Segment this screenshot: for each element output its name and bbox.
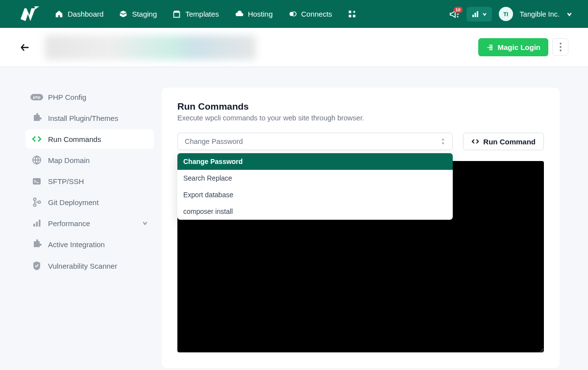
dots-vertical-icon [560, 43, 562, 51]
templates-icon [172, 10, 181, 18]
nav-dashboard[interactable]: Dashboard [55, 10, 103, 18]
apps-icon [348, 10, 356, 18]
dropdown-option-search-replace[interactable]: Search Replace [177, 170, 453, 186]
svg-rect-7 [477, 11, 478, 17]
sidebar-item-map-domain[interactable]: Map Domain [25, 150, 154, 170]
svg-rect-18 [39, 220, 41, 227]
git-icon [31, 197, 42, 207]
svg-rect-2 [349, 11, 351, 13]
command-select-wrap: Change Password Change Password Search R… [177, 133, 453, 150]
sidebar-item-git-deployment[interactable]: Git Deployment [25, 192, 154, 212]
nav-connects[interactable]: Connects [289, 10, 332, 18]
sidebar-item-label: Install Plugin/Themes [48, 114, 118, 122]
sidebar-item-run-commands[interactable]: Run Commands [25, 129, 154, 149]
magic-login-label: Magic Login [498, 43, 541, 51]
notifications-button[interactable]: 10 [449, 9, 460, 20]
bars-icon [31, 219, 42, 228]
sidebar-item-vulnerability-scanner[interactable]: Vulnerability Scanner [25, 255, 154, 276]
nav-label: Templates [185, 10, 219, 18]
puzzle-icon [31, 113, 42, 123]
home-icon [55, 10, 63, 18]
sidebar-item-install-plugin[interactable]: Install Plugin/Themes [25, 108, 154, 128]
nav-hosting[interactable]: Hosting [235, 10, 273, 18]
sidebar-item-sftp-ssh[interactable]: SFTP/SSH [25, 171, 154, 191]
notif-badge: 10 [454, 7, 463, 13]
dropdown-option-composer-install[interactable]: composer install [177, 203, 453, 220]
dropdown-option-export-database[interactable]: Export database [177, 186, 453, 203]
svg-point-10 [560, 49, 562, 51]
nav-items: Dashboard Staging Templates Hosting Conn… [55, 10, 356, 18]
nav-label: Hosting [248, 10, 273, 18]
svg-rect-4 [353, 15, 355, 17]
site-title-blurred [45, 35, 256, 60]
sidebar-item-label: Run Commands [48, 135, 101, 143]
sidebar-item-label: Map Domain [48, 156, 90, 164]
magic-login-button[interactable]: Magic Login [478, 38, 549, 56]
cloud-icon [235, 10, 244, 18]
globe-icon [31, 155, 42, 165]
shield-icon [31, 261, 42, 271]
command-row: Change Password Change Password Search R… [177, 133, 544, 150]
svg-rect-16 [33, 224, 35, 227]
top-nav: Dashboard Staging Templates Hosting Conn… [0, 0, 588, 28]
svg-point-15 [38, 201, 41, 204]
code-icon [471, 138, 479, 145]
more-button[interactable] [552, 38, 568, 56]
sidebar-item-label: Git Deployment [48, 198, 98, 207]
svg-rect-12 [33, 178, 41, 185]
sidebar-item-active-integration[interactable]: Active Integration [25, 234, 154, 254]
content-card: Run Commands Execute wpcli commands to y… [162, 88, 560, 368]
command-dropdown: Change Password Search Replace Export da… [177, 153, 453, 220]
chart-dropdown[interactable] [466, 7, 492, 22]
svg-rect-6 [474, 13, 476, 17]
back-button[interactable] [20, 42, 30, 53]
chevron-down-icon [482, 12, 487, 17]
sidebar: php PHP Config Install Plugin/Themes Run… [25, 88, 154, 368]
svg-point-13 [34, 198, 36, 201]
nav-label: Staging [132, 10, 157, 18]
svg-rect-17 [36, 222, 38, 227]
sidebar-item-performance[interactable]: Performance [25, 213, 154, 233]
sidebar-item-label: SFTP/SSH [48, 177, 84, 185]
nav-label: Connects [301, 10, 332, 18]
svg-point-14 [34, 204, 36, 207]
login-icon [486, 44, 494, 51]
nav-right: 10 TI Tangible Inc. [449, 7, 572, 22]
sidebar-item-php-config[interactable]: php PHP Config [25, 88, 154, 107]
org-name[interactable]: Tangible Inc. [520, 10, 560, 18]
page-subtitle: Execute wpcli commands to your web site … [177, 114, 544, 122]
run-command-button[interactable]: Run Command [463, 133, 544, 150]
puzzle-icon [31, 239, 42, 249]
chevron-down-icon[interactable] [566, 11, 572, 17]
box-icon [119, 10, 127, 18]
select-chevrons-icon [441, 138, 445, 145]
subheader: Magic Login [0, 28, 588, 67]
nav-staging[interactable]: Staging [119, 10, 157, 18]
sidebar-item-label: PHP Config [48, 93, 86, 101]
nav-templates[interactable]: Templates [172, 10, 219, 18]
connects-icon [289, 10, 297, 18]
sidebar-item-label: Performance [48, 219, 90, 228]
svg-rect-5 [472, 15, 474, 17]
svg-point-9 [560, 46, 562, 48]
command-select-value: Change Password [185, 138, 243, 145]
run-command-label: Run Command [483, 138, 536, 146]
nav-apps[interactable] [348, 10, 356, 18]
command-select[interactable]: Change Password [177, 133, 453, 150]
sidebar-item-label: Active Integration [48, 240, 105, 249]
avatar[interactable]: TI [499, 7, 513, 21]
chevron-down-icon [142, 220, 148, 226]
page-title: Run Commands [177, 101, 544, 112]
terminal-icon [31, 177, 42, 185]
nav-label: Dashboard [68, 10, 103, 18]
php-icon: php [31, 94, 42, 100]
svg-rect-3 [349, 15, 351, 17]
svg-point-8 [560, 43, 562, 45]
main: php PHP Config Install Plugin/Themes Run… [0, 67, 588, 368]
sidebar-item-label: Vulnerability Scanner [48, 262, 117, 270]
dropdown-option-change-password[interactable]: Change Password [177, 153, 453, 170]
chart-icon [471, 10, 479, 18]
code-icon [31, 135, 42, 143]
logo[interactable] [16, 4, 40, 24]
